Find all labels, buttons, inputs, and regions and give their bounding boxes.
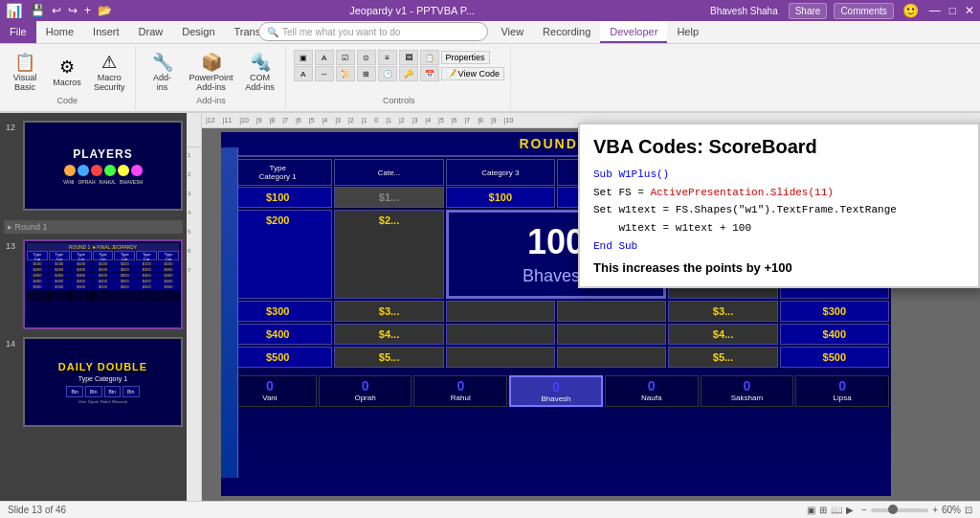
cell-2-100[interactable]: $1... [334, 187, 443, 208]
fit-slide-button[interactable]: ⊡ [965, 505, 972, 515]
score-row: 0 Vani 0 Oprah 0 Rahul 0 Bhavesh [221, 372, 891, 409]
ctrl-icon-5[interactable]: ≡ [378, 50, 397, 65]
cell-2-500[interactable]: $5... [334, 347, 443, 368]
ctrl-icon-2[interactable]: A [315, 50, 334, 65]
code-note: This increases the points by +100 [593, 260, 965, 275]
quick-open[interactable]: 📂 [96, 4, 114, 17]
ctrl-icon-12[interactable]: 🕐 [378, 66, 397, 81]
tab-help[interactable]: Help [667, 21, 708, 43]
mini-cat-4: TypeCat [93, 251, 114, 260]
ruler-v-mark-2: 2 [187, 171, 201, 191]
ctrl-icon-4[interactable]: ⊙ [357, 50, 376, 65]
controls-group-label: Controls [383, 96, 415, 107]
cell-1-100[interactable]: $100 [223, 187, 332, 208]
slide-info: Slide 13 of 46 [8, 505, 66, 515]
ctrl-icon-14[interactable]: 📅 [420, 66, 439, 81]
ctrl-icon-8[interactable]: A [294, 66, 313, 81]
ctrl-icon-10[interactable]: 📜 [336, 66, 355, 81]
cat-2: Cate... [334, 159, 443, 186]
macro-security-button[interactable]: ⚠ MacroSecurity [90, 50, 129, 94]
ctrl-icon-3[interactable]: ☑ [336, 50, 355, 65]
visual-basic-button[interactable]: 📋 VisualBasic [6, 50, 44, 94]
presenter-view-icon[interactable]: ▶ [846, 505, 854, 515]
ppt-addins-button[interactable]: 📦 PowerPointAdd-ins [186, 50, 237, 94]
ctrl-icon-7[interactable]: 📋 [420, 50, 439, 65]
cell-6-500[interactable]: $500 [780, 347, 889, 368]
zoom-slider[interactable] [871, 508, 928, 512]
cell-5-500[interactable]: $5... [668, 347, 777, 368]
tab-design[interactable]: Design [172, 21, 224, 43]
cell-5-400[interactable]: $4... [668, 324, 777, 345]
tab-recording[interactable]: Recording [533, 21, 600, 43]
cell-3-300[interactable] [446, 301, 555, 322]
slide-12-thumb[interactable]: PLAYERS Vani Oprah Rahul Bhavesh [23, 121, 183, 211]
row-300: $300 $3... $3... $300 [223, 301, 889, 322]
cell-1-300[interactable]: $300 [223, 301, 332, 322]
m31: $500 [71, 284, 92, 289]
cell-5-300[interactable]: $3... [668, 301, 777, 322]
cell-4-300[interactable] [557, 301, 666, 322]
slide-sorter-icon[interactable]: ⊞ [819, 505, 827, 515]
cell-4-500[interactable] [557, 347, 666, 368]
m30: $500 [49, 284, 70, 289]
m33: $500 [114, 284, 135, 289]
ctrl-icon-11[interactable]: ⊞ [357, 66, 376, 81]
slide-panel[interactable]: 12 PLAYERS Vani Oprah Rahul [0, 113, 187, 501]
ctrl-icon-6[interactable]: 🖼 [399, 50, 418, 65]
ctrl-icon-1[interactable]: ▣ [294, 50, 313, 65]
slide-13-thumb[interactable]: ROUND 1 ★ FINAL JEOPARDY TypeCat TypeCat… [23, 239, 183, 329]
tab-home[interactable]: Home [36, 21, 83, 43]
macros-button[interactable]: ⚙ Macros [48, 55, 86, 89]
cell-2-300[interactable]: $3... [334, 301, 443, 322]
maximize-button[interactable]: □ [949, 4, 956, 17]
zoom-minus-button[interactable]: − [861, 505, 867, 515]
cell-3-500[interactable] [446, 347, 555, 368]
tab-insert[interactable]: Insert [83, 21, 129, 43]
reading-view-icon[interactable]: 📖 [831, 505, 842, 515]
slide-14-number: 14 [6, 339, 15, 349]
addins-button[interactable]: 🔧 Add-ins [144, 50, 182, 94]
cell-2-400[interactable]: $4... [334, 324, 443, 345]
cell-1-500[interactable]: $500 [223, 347, 332, 368]
cell-6-300[interactable]: $300 [780, 301, 889, 322]
avatar-6 [131, 165, 143, 176]
minimize-button[interactable]: — [929, 4, 941, 17]
normal-view-icon[interactable]: ▣ [807, 505, 815, 515]
cell-3-400[interactable] [446, 324, 555, 345]
quick-new[interactable]: + [82, 4, 93, 17]
slide-14-thumb[interactable]: DAILY DOUBLE Type Category 1 Btn Btn Btn… [23, 337, 183, 427]
macros-icon: ⚙ [59, 56, 75, 78]
mini-cat-2: TypeCat [49, 251, 70, 260]
tab-draw[interactable]: Draw [129, 21, 173, 43]
view-code-button[interactable]: 📝 View Code [441, 67, 504, 80]
cell-1-200[interactable]: $200 [223, 210, 332, 299]
tab-view[interactable]: View [491, 21, 533, 43]
ctrl-icon-13[interactable]: 🔑 [399, 66, 418, 81]
ruler-v-mark-3: 3 [187, 191, 201, 210]
m29: $500 [27, 284, 48, 289]
ctrl-icon-9[interactable]: ↔ [315, 66, 334, 81]
m26: $400 [114, 279, 135, 283]
quick-undo[interactable]: ↩ [50, 4, 63, 17]
cell-6-400[interactable]: $400 [780, 324, 889, 345]
comments-button[interactable]: Comments [834, 3, 893, 19]
cell-3-100[interactable]: $100 [446, 187, 555, 208]
com-addins-button[interactable]: 🔩 COMAdd-ins [241, 50, 279, 94]
zoom-plus-button[interactable]: + [932, 505, 938, 515]
quick-redo[interactable]: ↪ [66, 4, 79, 17]
ribbon-group-code: 📋 VisualBasic ⚙ Macros ⚠ MacroSecurity C… [0, 46, 136, 109]
properties-button[interactable]: Properties [441, 51, 490, 64]
cell-2-200[interactable]: $2... [334, 210, 443, 299]
avatar-3 [91, 165, 102, 176]
search-bar[interactable]: 🔍 Tell me what you want to do [258, 22, 488, 41]
tab-developer[interactable]: Developer [600, 21, 667, 43]
tab-file[interactable]: File [0, 21, 36, 43]
cell-4-400[interactable] [557, 324, 666, 345]
m10: $200 [71, 267, 92, 272]
quick-save[interactable]: 💾 [29, 4, 47, 17]
share-button[interactable]: Share [789, 3, 828, 19]
cell-1-400[interactable]: $400 [223, 324, 332, 345]
avatar-1 [64, 165, 76, 176]
close-button[interactable]: ✕ [965, 4, 974, 17]
slide-12-content: PLAYERS Vani Oprah Rahul Bhavesh [25, 123, 181, 209]
